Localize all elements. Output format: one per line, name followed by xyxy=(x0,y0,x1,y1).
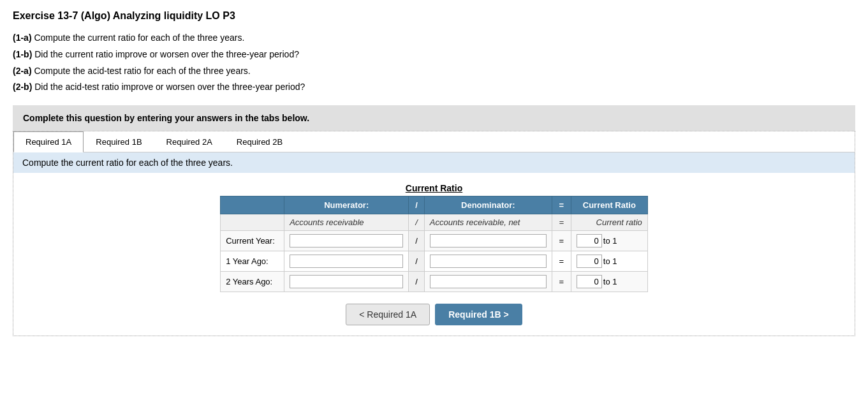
slash-current: / xyxy=(409,231,425,251)
table-title: Current Ratio xyxy=(221,179,648,196)
hint-result: Current ratio xyxy=(571,214,647,231)
header-numerator: Numerator: xyxy=(284,196,409,214)
denominator-2ago[interactable] xyxy=(424,272,552,292)
result-input-1ago[interactable] xyxy=(577,255,602,268)
eq-1ago: = xyxy=(552,251,571,272)
denominator-1ago[interactable] xyxy=(424,251,552,272)
slash-2ago: / xyxy=(409,272,425,292)
page-title: Exercise 13-7 (Algo) Analyzing liquidity… xyxy=(13,10,855,22)
numerator-input-2ago[interactable] xyxy=(290,275,403,288)
tab-required-1a[interactable]: Required 1A xyxy=(13,131,84,152)
prev-button[interactable]: < Required 1A xyxy=(346,304,430,325)
hint-row: Accounts receivable / Accounts receivabl… xyxy=(221,214,648,231)
row-label-current: Current Year: xyxy=(221,231,284,251)
header-slash: / xyxy=(409,196,425,214)
denominator-current[interactable] xyxy=(424,231,552,251)
hint-slash: / xyxy=(409,214,425,231)
hint-denominator: Accounts receivable, net xyxy=(424,214,552,231)
current-ratio-table: Current Ratio Numerator: / Denominator: … xyxy=(220,179,648,292)
numerator-2ago[interactable] xyxy=(284,272,409,292)
instructions: (1-a) Compute the current ratio for each… xyxy=(13,31,855,95)
to-one-1ago: to 1 xyxy=(603,256,617,266)
denominator-input-2ago[interactable] xyxy=(430,275,547,288)
label-1b: (1-b) xyxy=(13,49,32,59)
header-eq: = xyxy=(552,196,571,214)
tabs-row: Required 1A Required 1B Required 2A Requ… xyxy=(13,131,855,152)
eq-2ago: = xyxy=(552,272,571,292)
row-label-1ago: 1 Year Ago: xyxy=(221,251,284,272)
eq-current: = xyxy=(552,231,571,251)
tab-description: Compute the current ratio for each of th… xyxy=(13,152,855,173)
result-current: to 1 xyxy=(571,231,647,251)
result-input-current[interactable] xyxy=(577,234,602,248)
label-1a: (1-a) xyxy=(13,33,32,43)
to-one-2ago: to 1 xyxy=(603,277,617,286)
numerator-input-current[interactable] xyxy=(290,234,403,248)
next-button[interactable]: Required 1B > xyxy=(435,304,522,325)
tab-required-2b[interactable]: Required 2B xyxy=(224,131,295,152)
table-wrapper: Current Ratio Numerator: / Denominator: … xyxy=(13,173,855,336)
complete-box: Complete this question by entering your … xyxy=(13,105,855,131)
table-row: 1 Year Ago: / = to 1 xyxy=(221,251,648,272)
tab-required-1b[interactable]: Required 1B xyxy=(84,131,154,152)
nav-buttons: < Required 1A Required 1B > xyxy=(20,304,848,325)
result-2ago: to 1 xyxy=(571,272,647,292)
header-result: Current Ratio xyxy=(571,196,647,214)
denominator-input-current[interactable] xyxy=(430,234,547,248)
label-2b: (2-b) xyxy=(13,82,32,92)
hint-numerator: Accounts receivable xyxy=(284,214,409,231)
result-input-2ago[interactable] xyxy=(577,275,602,288)
numerator-input-1ago[interactable] xyxy=(290,255,403,268)
table-row: Current Year: / = to 1 xyxy=(221,231,648,251)
table-row: 2 Years Ago: / = to 1 xyxy=(221,272,648,292)
label-2a: (2-a) xyxy=(13,66,32,76)
tabs-container: Required 1A Required 1B Required 2A Requ… xyxy=(13,131,855,336)
hint-eq: = xyxy=(552,214,571,231)
numerator-1ago[interactable] xyxy=(284,251,409,272)
hint-label xyxy=(221,214,284,231)
tab-required-2a[interactable]: Required 2A xyxy=(154,131,224,152)
tab-content: Compute the current ratio for each of th… xyxy=(13,152,855,336)
slash-1ago: / xyxy=(409,251,425,272)
numerator-current[interactable] xyxy=(284,231,409,251)
header-label xyxy=(221,196,284,214)
to-one-current: to 1 xyxy=(603,236,617,246)
result-1ago: to 1 xyxy=(571,251,647,272)
row-label-2ago: 2 Years Ago: xyxy=(221,272,284,292)
header-denominator: Denominator: xyxy=(424,196,552,214)
denominator-input-1ago[interactable] xyxy=(430,255,547,268)
